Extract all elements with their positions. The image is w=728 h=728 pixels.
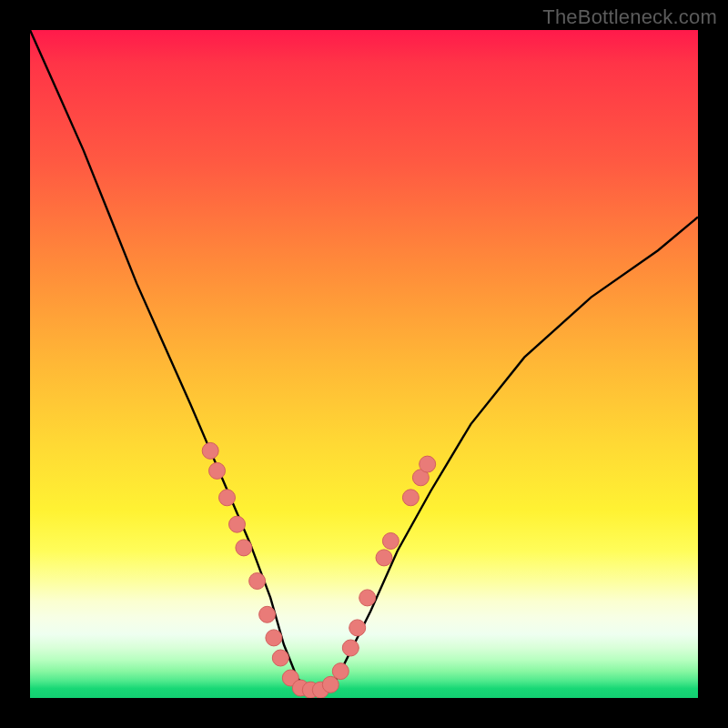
highlight-dot [236,540,252,556]
plot-area [30,30,698,698]
highlight-dot [219,490,236,506]
highlight-dot [382,533,399,550]
chart-frame: TheBottleneck.com [0,0,728,728]
chart-svg [30,30,698,698]
highlight-dot [420,456,436,472]
highlight-dot [266,630,282,646]
highlight-dot [259,606,276,622]
highlight-dot [272,650,288,666]
highlight-dot [322,676,339,693]
marker-group [202,442,436,698]
highlight-dot [376,550,392,566]
highlight-dot [229,516,246,532]
highlight-dot [402,490,419,506]
highlight-dot [359,590,376,606]
highlight-dot [332,663,349,680]
highlight-dot [342,640,359,656]
watermark-text: TheBottleneck.com [542,5,717,29]
highlight-dot [349,620,366,636]
highlight-dot [249,573,266,590]
highlight-dot [209,462,226,479]
highlight-dot [202,442,218,459]
